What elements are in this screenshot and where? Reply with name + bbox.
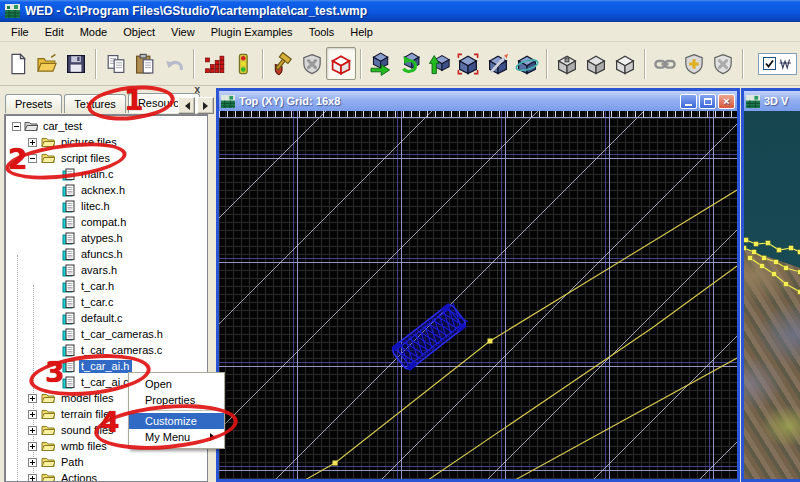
menu-view[interactable]: View (163, 23, 203, 41)
expand-plus-icon[interactable] (28, 394, 37, 403)
snap-checkbox[interactable] (763, 57, 776, 70)
context-menu-item-open[interactable]: Open (129, 376, 224, 392)
cube-scale-button[interactable] (424, 47, 453, 80)
tree-item-script-files[interactable]: script files (5, 151, 207, 167)
menu-edit[interactable]: Edit (37, 23, 72, 41)
cube-pencil-button[interactable] (483, 47, 512, 80)
context-menu-item-customize[interactable]: Customize (129, 413, 224, 429)
title-bar[interactable]: WED - C:\Program Files\GStudio7\cartempl… (0, 0, 800, 22)
expand-plus-icon[interactable] (28, 458, 37, 467)
tab-scroll-right-icon[interactable] (197, 97, 214, 114)
copy-button[interactable] (101, 47, 130, 80)
build-blocks-icon (202, 52, 226, 76)
cube-move-button[interactable] (366, 47, 395, 80)
tree-item-default-c[interactable]: default.c (5, 311, 207, 327)
expand-plus-icon[interactable] (28, 426, 37, 435)
toolbar (0, 42, 800, 86)
expand-plus-icon[interactable] (28, 442, 37, 451)
cube-red-button[interactable] (326, 47, 355, 80)
shield-plus-button[interactable] (679, 47, 708, 80)
menu-bar: FileEditModeObjectViewPlugin ExamplesToo… (0, 22, 800, 42)
folder-icon (41, 440, 55, 453)
grid-overlay (219, 111, 737, 479)
expand-plus-icon[interactable] (28, 474, 37, 482)
tree-item-t-car-c[interactable]: t_car.c (5, 295, 207, 311)
tab-textures[interactable]: Textures (64, 94, 126, 113)
3d-view-window[interactable]: 3D V (741, 88, 800, 482)
cube-grey-icon (584, 52, 608, 76)
file-icon (62, 296, 76, 309)
run-traffic-light-button[interactable] (228, 47, 257, 80)
context-menu: OpenPropertiesCustomizeMy Menu (128, 372, 225, 449)
top-xy-grid-window[interactable]: Top (XY) Grid: 16x8 × (216, 88, 740, 482)
minimize-button[interactable] (680, 94, 697, 109)
cube-grey-button[interactable] (581, 47, 610, 80)
cube-frame-button[interactable] (454, 47, 483, 80)
tree-item-atypes-h[interactable]: atypes.h (5, 231, 207, 247)
menu-help[interactable]: Help (342, 23, 381, 41)
cube-vertex-button[interactable] (552, 47, 581, 80)
build-blocks-button[interactable] (199, 47, 228, 80)
tree-item-picture-files[interactable]: picture files (5, 135, 207, 151)
tree-item-t-car-cameras-h[interactable]: t_car_cameras.h (5, 327, 207, 343)
tree-item-t-car-h[interactable]: t_car.h (5, 279, 207, 295)
tree-item-acknex-h[interactable]: acknex.h (5, 183, 207, 199)
cube-frame-icon (456, 52, 480, 76)
cube-orbit-button[interactable] (513, 47, 542, 80)
file-icon (62, 360, 76, 373)
tree-item-car-test[interactable]: car_test (5, 119, 207, 135)
wed-application-window: WED - C:\Program Files\GStudio7\cartempl… (0, 0, 800, 482)
collapse-minus-icon[interactable] (28, 154, 37, 163)
tree-item-label: Path (59, 456, 87, 469)
tree-item-t-car-cameras-c[interactable]: t_car_cameras.c (5, 343, 207, 359)
grid-window-title-bar[interactable]: Top (XY) Grid: 16x8 × (219, 91, 737, 111)
chain-link-icon (653, 52, 677, 76)
3d-viewport[interactable] (744, 111, 800, 479)
menu-object[interactable]: Object (115, 23, 163, 41)
menu-file[interactable]: File (3, 23, 37, 41)
tree-item-afuncs-h[interactable]: afuncs.h (5, 247, 207, 263)
expand-plus-icon[interactable] (28, 138, 37, 147)
paste-button[interactable] (130, 47, 159, 80)
folder-icon (41, 456, 55, 469)
tree-item-litec-h[interactable]: litec.h (5, 199, 207, 215)
tab-scroll-left-icon[interactable] (178, 97, 195, 114)
folder-icon (41, 152, 55, 165)
undo-button[interactable] (160, 47, 189, 80)
maximize-button[interactable] (699, 94, 716, 109)
menu-plugin-examples[interactable]: Plugin Examples (203, 23, 301, 41)
cube-orbit-icon (515, 52, 539, 76)
tree-item-actions[interactable]: Actions (5, 471, 207, 482)
tree-item-main-c[interactable]: main.c (5, 167, 207, 183)
new-file-button[interactable] (3, 47, 32, 80)
shield-x-button[interactable] (297, 47, 326, 80)
tree-item-avars-h[interactable]: avars.h (5, 263, 207, 279)
tab-presets[interactable]: Presets (5, 94, 62, 113)
save-icon (64, 52, 88, 76)
3d-view-title-bar[interactable]: 3D V (744, 91, 800, 111)
cube-rotate-button[interactable] (395, 47, 424, 80)
cube-move-icon (368, 52, 392, 76)
tree-item-path[interactable]: Path (5, 455, 207, 471)
expand-plus-icon[interactable] (28, 410, 37, 419)
tree-item-label: Actions (59, 472, 100, 482)
toolbar-separator (742, 49, 744, 79)
tree-item-compat-h[interactable]: compat.h (5, 215, 207, 231)
chain-link-button[interactable] (650, 47, 679, 80)
folder-icon (41, 424, 55, 437)
open-folder-button[interactable] (32, 47, 61, 80)
context-menu-item-my-menu[interactable]: My Menu (129, 429, 224, 445)
save-button[interactable] (62, 47, 91, 80)
grid-viewport[interactable] (219, 111, 737, 479)
menu-tools[interactable]: Tools (301, 23, 343, 41)
menu-mode[interactable]: Mode (72, 23, 116, 41)
shield-x-2-button[interactable] (709, 47, 738, 80)
cube-light-button[interactable] (611, 47, 640, 80)
hammer-shield-button[interactable] (268, 47, 297, 80)
hammer-shield-icon (270, 52, 294, 76)
tree-item-label: picture files (59, 136, 120, 149)
close-button[interactable]: × (718, 94, 735, 109)
context-menu-item-properties[interactable]: Properties (129, 392, 224, 408)
snap-toggle-field (758, 53, 797, 75)
collapse-minus-icon[interactable] (12, 122, 21, 131)
